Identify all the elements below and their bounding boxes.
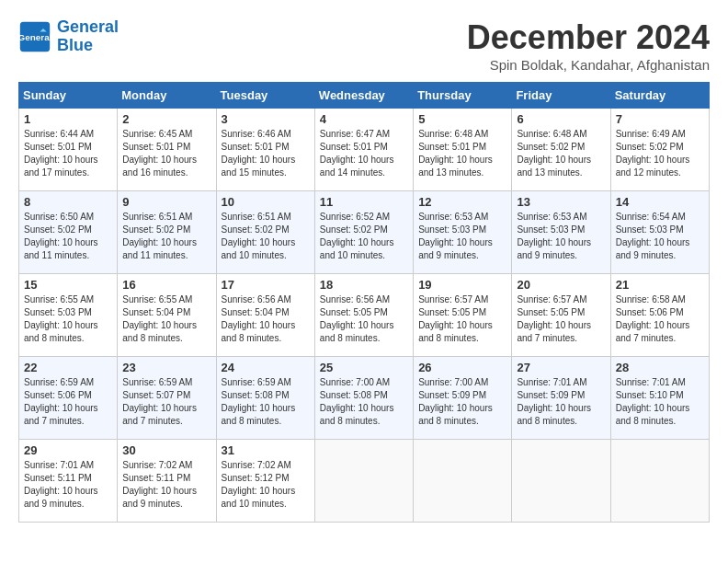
day-number: 28	[616, 361, 704, 374]
calendar-cell: 8Sunrise: 6:50 AM Sunset: 5:02 PM Daylig…	[19, 191, 118, 274]
logo-text: General Blue	[57, 18, 119, 55]
day-number: 3	[222, 112, 310, 126]
calendar-cell: 12Sunrise: 6:53 AM Sunset: 5:03 PM Dayli…	[414, 191, 512, 274]
calendar-cell: 27Sunrise: 7:01 AM Sunset: 5:09 PM Dayli…	[512, 357, 610, 440]
day-number: 18	[320, 278, 408, 292]
day-info: Sunrise: 7:00 AM Sunset: 5:08 PM Dayligh…	[320, 376, 408, 428]
calendar-cell: 3Sunrise: 6:46 AM Sunset: 5:01 PM Daylig…	[216, 109, 314, 191]
calendar-cell: 28Sunrise: 7:01 AM Sunset: 5:10 PM Dayli…	[610, 357, 709, 440]
day-info: Sunrise: 6:55 AM Sunset: 5:03 PM Dayligh…	[24, 293, 112, 345]
day-number: 30	[122, 443, 210, 457]
day-number: 19	[418, 278, 506, 292]
day-info: Sunrise: 6:56 AM Sunset: 5:05 PM Dayligh…	[320, 293, 408, 345]
day-number: 2	[122, 112, 210, 126]
logo: General General Blue	[18, 18, 119, 55]
day-number: 29	[24, 443, 112, 457]
day-info: Sunrise: 6:49 AM Sunset: 5:02 PM Dayligh…	[616, 128, 704, 179]
calendar-cell: 9Sunrise: 6:51 AM Sunset: 5:02 PM Daylig…	[118, 191, 216, 274]
weekday-header-friday: Friday	[512, 83, 610, 109]
day-number: 27	[517, 361, 605, 374]
day-number: 16	[122, 278, 210, 292]
title-block: December 2024 Spin Boldak, Kandahar, Afg…	[467, 18, 710, 73]
calendar-cell: 18Sunrise: 6:56 AM Sunset: 5:05 PM Dayli…	[314, 274, 413, 357]
weekday-header-wednesday: Wednesday	[314, 83, 413, 109]
day-number: 7	[616, 112, 704, 126]
day-info: Sunrise: 6:55 AM Sunset: 5:04 PM Dayligh…	[122, 293, 210, 345]
logo-line1: General	[57, 17, 119, 36]
month-title: December 2024	[467, 18, 710, 57]
calendar-table: SundayMondayTuesdayWednesdayThursdayFrid…	[18, 82, 710, 523]
calendar-cell: 26Sunrise: 7:00 AM Sunset: 5:09 PM Dayli…	[414, 357, 512, 440]
weekday-header-thursday: Thursday	[414, 83, 512, 109]
header: General General Blue December 2024 Spin …	[18, 18, 710, 73]
calendar-cell: 13Sunrise: 6:53 AM Sunset: 5:03 PM Dayli…	[512, 191, 610, 274]
calendar-cell: 15Sunrise: 6:55 AM Sunset: 5:03 PM Dayli…	[19, 274, 118, 357]
calendar-cell	[414, 440, 512, 523]
day-number: 31	[222, 443, 310, 457]
calendar-cell: 31Sunrise: 7:02 AM Sunset: 5:12 PM Dayli…	[216, 440, 314, 523]
calendar-cell: 6Sunrise: 6:48 AM Sunset: 5:02 PM Daylig…	[512, 109, 610, 191]
calendar-cell: 29Sunrise: 7:01 AM Sunset: 5:11 PM Dayli…	[19, 440, 118, 523]
calendar-cell: 23Sunrise: 6:59 AM Sunset: 5:07 PM Dayli…	[118, 357, 216, 440]
day-info: Sunrise: 6:53 AM Sunset: 5:03 PM Dayligh…	[517, 211, 605, 262]
weekday-header-sunday: Sunday	[19, 83, 118, 109]
calendar-cell: 10Sunrise: 6:51 AM Sunset: 5:02 PM Dayli…	[216, 191, 314, 274]
day-number: 11	[320, 195, 408, 209]
calendar-week-5: 29Sunrise: 7:01 AM Sunset: 5:11 PM Dayli…	[19, 440, 710, 523]
day-info: Sunrise: 6:56 AM Sunset: 5:04 PM Dayligh…	[222, 293, 310, 345]
weekday-header-tuesday: Tuesday	[216, 83, 314, 109]
day-number: 22	[24, 361, 112, 374]
weekday-header-saturday: Saturday	[610, 83, 709, 109]
calendar-cell: 30Sunrise: 7:02 AM Sunset: 5:11 PM Dayli…	[118, 440, 216, 523]
day-info: Sunrise: 6:50 AM Sunset: 5:02 PM Dayligh…	[24, 211, 112, 262]
calendar-cell: 17Sunrise: 6:56 AM Sunset: 5:04 PM Dayli…	[216, 274, 314, 357]
day-number: 10	[222, 195, 310, 209]
calendar-cell: 1Sunrise: 6:44 AM Sunset: 5:01 PM Daylig…	[19, 109, 118, 191]
day-number: 20	[517, 278, 605, 292]
calendar-cell: 11Sunrise: 6:52 AM Sunset: 5:02 PM Dayli…	[314, 191, 413, 274]
day-info: Sunrise: 6:58 AM Sunset: 5:06 PM Dayligh…	[616, 293, 704, 345]
day-info: Sunrise: 6:59 AM Sunset: 5:06 PM Dayligh…	[24, 376, 112, 428]
day-number: 9	[122, 195, 210, 209]
day-number: 13	[517, 195, 605, 209]
day-info: Sunrise: 6:45 AM Sunset: 5:01 PM Dayligh…	[122, 128, 210, 179]
day-info: Sunrise: 6:48 AM Sunset: 5:01 PM Dayligh…	[418, 128, 506, 179]
calendar-week-1: 1Sunrise: 6:44 AM Sunset: 5:01 PM Daylig…	[19, 109, 710, 191]
calendar-cell	[610, 440, 709, 523]
day-number: 5	[418, 112, 506, 126]
calendar-week-2: 8Sunrise: 6:50 AM Sunset: 5:02 PM Daylig…	[19, 191, 710, 274]
calendar-cell: 7Sunrise: 6:49 AM Sunset: 5:02 PM Daylig…	[610, 109, 709, 191]
calendar-cell: 5Sunrise: 6:48 AM Sunset: 5:01 PM Daylig…	[414, 109, 512, 191]
day-info: Sunrise: 6:51 AM Sunset: 5:02 PM Dayligh…	[122, 211, 210, 262]
day-info: Sunrise: 6:44 AM Sunset: 5:01 PM Dayligh…	[24, 128, 112, 179]
day-info: Sunrise: 7:01 AM Sunset: 5:11 PM Dayligh…	[24, 459, 112, 511]
day-info: Sunrise: 7:02 AM Sunset: 5:11 PM Dayligh…	[122, 459, 210, 511]
calendar-cell: 2Sunrise: 6:45 AM Sunset: 5:01 PM Daylig…	[118, 109, 216, 191]
calendar-cell	[314, 440, 413, 523]
day-info: Sunrise: 6:59 AM Sunset: 5:07 PM Dayligh…	[122, 376, 210, 428]
svg-text:General: General	[18, 31, 51, 41]
day-number: 1	[24, 112, 112, 126]
day-number: 23	[122, 361, 210, 374]
day-number: 12	[418, 195, 506, 209]
day-info: Sunrise: 6:57 AM Sunset: 5:05 PM Dayligh…	[517, 293, 605, 345]
day-number: 4	[320, 112, 408, 126]
calendar-cell: 16Sunrise: 6:55 AM Sunset: 5:04 PM Dayli…	[118, 274, 216, 357]
calendar-cell: 21Sunrise: 6:58 AM Sunset: 5:06 PM Dayli…	[610, 274, 709, 357]
day-info: Sunrise: 6:57 AM Sunset: 5:05 PM Dayligh…	[418, 293, 506, 345]
day-number: 8	[24, 195, 112, 209]
calendar-cell: 4Sunrise: 6:47 AM Sunset: 5:01 PM Daylig…	[314, 109, 413, 191]
day-info: Sunrise: 6:54 AM Sunset: 5:03 PM Dayligh…	[616, 211, 704, 262]
weekday-header-monday: Monday	[118, 83, 216, 109]
day-info: Sunrise: 7:00 AM Sunset: 5:09 PM Dayligh…	[418, 376, 506, 428]
day-number: 25	[320, 361, 408, 374]
calendar-cell: 25Sunrise: 7:00 AM Sunset: 5:08 PM Dayli…	[314, 357, 413, 440]
day-info: Sunrise: 7:01 AM Sunset: 5:09 PM Dayligh…	[517, 376, 605, 428]
calendar-cell: 20Sunrise: 6:57 AM Sunset: 5:05 PM Dayli…	[512, 274, 610, 357]
day-info: Sunrise: 6:52 AM Sunset: 5:02 PM Dayligh…	[320, 211, 408, 262]
day-number: 26	[418, 361, 506, 374]
calendar-cell: 14Sunrise: 6:54 AM Sunset: 5:03 PM Dayli…	[610, 191, 709, 274]
day-info: Sunrise: 6:46 AM Sunset: 5:01 PM Dayligh…	[222, 128, 310, 179]
calendar-week-3: 15Sunrise: 6:55 AM Sunset: 5:03 PM Dayli…	[19, 274, 710, 357]
day-number: 15	[24, 278, 112, 292]
